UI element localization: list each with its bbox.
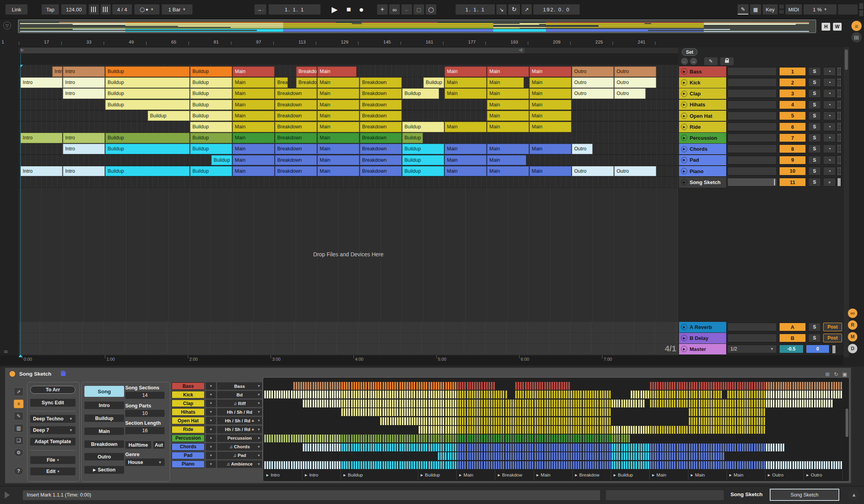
clip[interactable]: Main	[529, 88, 571, 99]
track-resize-handle[interactable]	[838, 145, 840, 153]
back-to-arrangement-icon[interactable]: ▽	[3, 22, 11, 29]
track-volume-slider[interactable]	[727, 89, 777, 98]
reenable-automation-button[interactable]: ←	[401, 4, 412, 15]
edit-menu-button[interactable]: Edit▾	[30, 467, 75, 475]
clip[interactable]: Main	[529, 122, 571, 132]
io-section-toggle[interactable]: I/O	[848, 309, 857, 318]
device-track-name-button[interactable]: Piano	[172, 460, 205, 468]
info-toggle-icon[interactable]	[5, 491, 10, 499]
punch-out-button[interactable]: ↗	[522, 4, 532, 15]
device-title[interactable]: Song Sketch	[19, 371, 51, 377]
loop-marker-button[interactable]: ◯	[426, 4, 436, 15]
clip[interactable]: Buildup	[190, 144, 232, 154]
clip[interactable]: Outro	[572, 77, 614, 88]
clip[interactable]: Outro	[614, 88, 646, 99]
clip[interactable]: Main	[487, 66, 529, 77]
time-ruler[interactable]: 0:001:002:003:004:005:006:007:00	[0, 355, 843, 365]
clip[interactable]: Buildup	[211, 155, 232, 166]
clip[interactable]: Buildup	[402, 155, 444, 166]
unfold-track-icon[interactable]: ▶	[681, 146, 687, 152]
overdub-button[interactable]: +	[377, 4, 388, 15]
template-style-selector[interactable]: Deep Techno▼	[30, 415, 75, 423]
return-volume-slider[interactable]	[727, 334, 777, 342]
monitor-pie-button[interactable]: ◔	[823, 122, 836, 131]
adapt-template-button[interactable]: Adapt Template	[30, 438, 75, 446]
unfold-track-icon[interactable]: ▶	[681, 79, 687, 86]
song-sections-value[interactable]: 14	[125, 392, 165, 399]
clip[interactable]: Outro	[572, 88, 614, 99]
clip[interactable]: Main	[487, 155, 526, 166]
track-volume-slider[interactable]	[727, 144, 777, 153]
halftime-button[interactable]: Halftime	[125, 441, 151, 449]
device-section-cell[interactable]: ▶Buildup	[341, 470, 418, 480]
key-map-button[interactable]: Key	[763, 4, 778, 15]
track-name-cell[interactable]: ▶Piano	[679, 166, 726, 177]
return-solo-button[interactable]: S	[808, 334, 821, 342]
clip[interactable]: Main	[317, 66, 357, 77]
tap-tempo-button[interactable]: Tap	[42, 4, 59, 15]
clip[interactable]: Main	[317, 100, 359, 110]
solo-button[interactable]: S	[808, 156, 821, 164]
device-pattern-selector[interactable]: Bd▼	[217, 391, 262, 398]
automation-arm-button[interactable]: ∞	[389, 4, 400, 15]
clip[interactable]: Breakdown	[360, 166, 402, 177]
clip[interactable]: Intro	[63, 166, 105, 177]
draw-icon[interactable]: ✎	[14, 412, 24, 420]
clip[interactable]: Breakdown	[360, 88, 402, 99]
clip[interactable]: Main	[487, 88, 529, 99]
device-reload-icon[interactable]: ↻	[833, 371, 839, 377]
track-volume-slider[interactable]	[727, 67, 777, 76]
device-save-icon[interactable]: ▣	[842, 371, 848, 377]
return-track-name-cell[interactable]: ▶B Delay	[679, 333, 726, 343]
unfold-track-icon[interactable]: ▶	[681, 124, 687, 130]
track-resize-handle[interactable]	[838, 112, 840, 120]
song-parts-value[interactable]: 10	[125, 410, 165, 417]
device-track-dropdown[interactable]: ▼	[206, 452, 216, 459]
clip[interactable]: Main	[232, 111, 275, 121]
next-locator-button[interactable]: →	[690, 58, 697, 65]
return-activator[interactable]: B	[779, 334, 806, 342]
clip[interactable]: Breakdown	[275, 111, 317, 121]
track-volume-slider[interactable]	[727, 122, 777, 131]
midi-map-button[interactable]: MIDI	[785, 4, 802, 15]
unfold-track-icon[interactable]: ▶	[681, 168, 687, 174]
device-track-name-button[interactable]: Chords	[172, 443, 205, 451]
clip[interactable]: Intro	[63, 144, 105, 154]
track-volume-slider[interactable]	[727, 78, 777, 87]
device-map-icon[interactable]: ⊞	[824, 371, 831, 377]
record-button[interactable]: ●	[356, 4, 367, 15]
clip[interactable]: Main	[445, 122, 487, 132]
clip[interactable]: Main	[232, 66, 275, 77]
device-section-cell[interactable]: ▶Breakdow	[573, 470, 611, 480]
track-activator-number[interactable]: 7	[779, 133, 806, 142]
draw-mode-button[interactable]: ✎	[738, 4, 749, 15]
zoom-height-button[interactable]: H	[822, 23, 830, 31]
unfold-track-icon[interactable]: ▶	[681, 179, 687, 185]
loop-end-marker[interactable]: ◁	[519, 48, 522, 52]
loop-start-field[interactable]: 1. 1. 1	[456, 4, 495, 15]
scope-outro-button[interactable]: Outro	[84, 453, 124, 460]
selected-device-box[interactable]: Song Sketch	[770, 489, 839, 501]
device-activator[interactable]	[9, 371, 16, 377]
solo-button[interactable]: S	[808, 100, 821, 109]
clip[interactable]: Buildup	[402, 88, 439, 99]
count-in-button[interactable]	[101, 4, 111, 15]
track-volume-slider[interactable]	[727, 167, 777, 175]
clip[interactable]: Main	[487, 144, 529, 154]
monitor-pie-button[interactable]: ◔	[823, 100, 836, 109]
device-pattern-selector[interactable]: Percussion▼	[217, 435, 262, 442]
clip[interactable]: Main	[487, 111, 529, 121]
device-track-name-button[interactable]: Bass	[172, 382, 205, 390]
clip[interactable]: Buildup	[105, 144, 190, 154]
arrangement-position-field[interactable]: 1. 1. 1	[269, 4, 320, 15]
quantize-selector[interactable]: 1 Bar ▼	[162, 4, 192, 15]
track-resize-handle[interactable]	[838, 68, 840, 75]
clip[interactable]: Main	[317, 111, 359, 121]
clip[interactable]: Intro	[63, 66, 105, 77]
solo-button[interactable]: S	[808, 111, 821, 120]
clip[interactable]: Intro	[63, 133, 105, 143]
track-activator-number[interactable]: 2	[779, 78, 806, 87]
solo-button[interactable]: S	[808, 178, 821, 186]
follow-button[interactable]: →‥	[254, 4, 266, 15]
device-section-cell[interactable]: ▶Outro	[804, 470, 842, 480]
